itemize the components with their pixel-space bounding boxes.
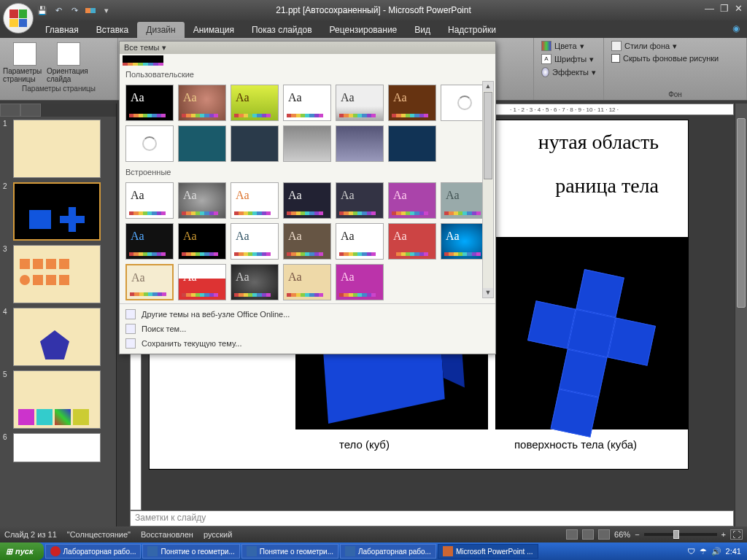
fonts-button[interactable]: AШрифты ▾: [537, 52, 600, 66]
theme-thumb[interactable]: Aa: [336, 182, 384, 219]
scroll-thumb[interactable]: [737, 118, 746, 308]
view-normal-button[interactable]: [566, 529, 578, 540]
theme-thumb[interactable]: Aa: [231, 182, 279, 219]
clock[interactable]: 2:41: [726, 547, 741, 556]
task-label: Понятие о геометри...: [260, 548, 333, 556]
theme-thumb[interactable]: Aa: [178, 264, 226, 300]
slide-thumb-6[interactable]: [13, 433, 101, 462]
theme-thumb[interactable]: Aa: [283, 264, 331, 300]
tray-icon[interactable]: 🛡: [687, 547, 695, 556]
bg-styles-button[interactable]: Стили фона ▾: [607, 39, 743, 52]
caption-cube: тело (куб): [339, 438, 390, 451]
tab-design[interactable]: Дизайн: [137, 22, 184, 38]
theme-thumb[interactable]: [231, 125, 279, 162]
tab-animation[interactable]: Анимация: [185, 22, 243, 38]
theme-thumb[interactable]: Aa: [125, 182, 174, 219]
theme-thumb[interactable]: [178, 125, 226, 162]
theme-thumb-selected[interactable]: Aa: [125, 264, 174, 300]
theme-thumb[interactable]: Aa: [178, 182, 226, 219]
qat-color-icon[interactable]: [85, 4, 96, 16]
globe-icon: [125, 309, 136, 319]
scroll-up-icon[interactable]: ▲: [483, 82, 493, 91]
undo-icon[interactable]: ↶: [53, 4, 64, 16]
theme-thumb[interactable]: Aa: [231, 264, 279, 300]
scroll-down-icon[interactable]: ▼: [483, 288, 493, 298]
task-item[interactable]: Понятие о геометри...: [241, 544, 338, 559]
tab-review[interactable]: Рецензирование: [321, 22, 406, 38]
notes-pane[interactable]: Заметки к слайду: [130, 510, 734, 526]
theme-thumb[interactable]: Aa: [178, 85, 226, 121]
theme-thumb[interactable]: Aa: [388, 223, 436, 260]
theme-thumb[interactable]: Aa: [283, 85, 331, 121]
tab-view[interactable]: Вид: [406, 22, 439, 38]
theme-thumb[interactable]: Aa: [336, 85, 384, 121]
theme-thumb[interactable]: Aa: [336, 264, 384, 300]
vertical-scrollbar[interactable]: [735, 104, 747, 526]
slide-thumb-5[interactable]: [13, 370, 101, 429]
tab-slideshow[interactable]: Показ слайдов: [243, 22, 321, 38]
theme-thumb[interactable]: Aa: [231, 85, 279, 121]
maximize-button[interactable]: ❐: [720, 3, 729, 14]
tab-insert[interactable]: Вставка: [88, 22, 138, 38]
slide-thumb-3[interactable]: [13, 245, 101, 303]
theme-thumb[interactable]: Aa: [125, 223, 174, 260]
theme-thumb[interactable]: Aa: [231, 223, 279, 260]
theme-thumb[interactable]: [388, 125, 436, 162]
hide-bg-checkbox[interactable]: Скрыть фоновые рисунки: [607, 52, 743, 64]
theme-thumb[interactable]: Aa: [178, 223, 226, 260]
close-button[interactable]: ✕: [735, 3, 743, 14]
zoom-in-button[interactable]: +: [721, 530, 726, 539]
colors-icon: [541, 41, 551, 51]
zoom-slider[interactable]: [644, 533, 717, 536]
colors-button[interactable]: Цвета ▾: [537, 39, 600, 52]
office-button[interactable]: [3, 3, 34, 34]
zoom-thumb[interactable]: [673, 530, 679, 539]
task-item[interactable]: Лабораторная рабо...: [45, 544, 142, 559]
search-themes[interactable]: Поиск тем...: [120, 322, 495, 336]
zoom-level[interactable]: 66%: [614, 530, 630, 539]
slide-thumb-2[interactable]: [13, 182, 101, 241]
task-item[interactable]: Лабораторная рабо...: [340, 544, 436, 559]
view-slideshow-button[interactable]: [598, 529, 610, 540]
save-current-theme[interactable]: Сохранить текущую тему...: [120, 336, 495, 351]
task-item[interactable]: Понятие о геометри...: [142, 544, 239, 559]
theme-thumb[interactable]: Aa: [388, 85, 436, 121]
save-icon[interactable]: 💾: [36, 4, 48, 16]
fit-button[interactable]: ⛶: [730, 529, 743, 540]
theme-thumb[interactable]: Aa: [336, 223, 384, 260]
theme-thumb[interactable]: Aa: [388, 182, 436, 219]
volume-icon[interactable]: 🔊: [711, 547, 721, 556]
minimize-button[interactable]: —: [705, 3, 714, 14]
task-item-active[interactable]: Microsoft PowerPoint ...: [438, 544, 538, 559]
themes-scrollbar[interactable]: ▲ ▼: [482, 81, 494, 298]
start-button[interactable]: ⊞пуск: [0, 542, 44, 560]
help-icon[interactable]: ◉: [732, 23, 740, 34]
page-setup-button[interactable]: Параметры страницы: [3, 39, 47, 83]
tab-home[interactable]: Главная: [36, 22, 88, 38]
tab-addins[interactable]: Надстройки: [439, 22, 505, 38]
theme-thumb[interactable]: [336, 125, 384, 162]
scroll-thumb[interactable]: [484, 92, 492, 179]
zoom-out-button[interactable]: −: [635, 530, 639, 539]
effects-button[interactable]: Эффекты ▾: [537, 66, 600, 79]
redo-icon[interactable]: ↷: [69, 4, 80, 16]
view-sorter-button[interactable]: [582, 529, 594, 540]
theme-thumb[interactable]: Aa: [283, 182, 331, 219]
current-theme-mini[interactable]: [123, 55, 163, 66]
start-label: пуск: [15, 547, 34, 556]
theme-thumb[interactable]: Aa: [283, 223, 331, 260]
theme-thumb[interactable]: Aa: [125, 85, 174, 121]
shape-net-area[interactable]: [495, 237, 688, 429]
slide-thumb-1[interactable]: [13, 120, 101, 178]
status-language[interactable]: русский: [204, 530, 232, 539]
qat-more-icon[interactable]: ▾: [101, 4, 112, 16]
slide-panel-tabs[interactable]: [0, 104, 116, 117]
themes-header[interactable]: Все темы ▾: [120, 42, 495, 54]
slide-thumb-4[interactable]: [13, 308, 101, 366]
theme-thumb[interactable]: [283, 125, 331, 162]
orientation-button[interactable]: Ориентация слайда: [47, 39, 90, 83]
word-icon: [247, 546, 257, 556]
more-online-label: Другие темы на веб-узле Office Online...: [142, 310, 290, 319]
tray-icon[interactable]: ☂: [700, 547, 707, 556]
more-themes-online[interactable]: Другие темы на веб-узле Office Online...: [120, 307, 495, 322]
